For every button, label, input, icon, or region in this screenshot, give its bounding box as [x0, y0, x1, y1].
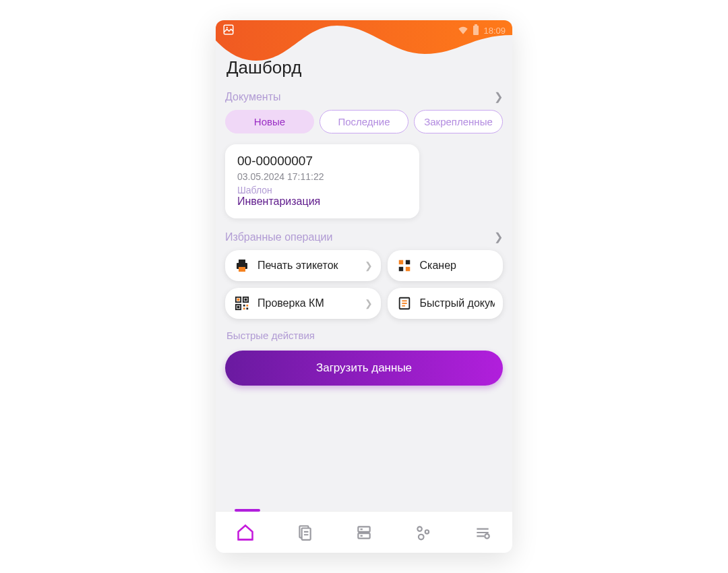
scanner-icon: [396, 257, 413, 274]
chevron-right-icon: ❯: [365, 260, 373, 271]
favorite-scanner[interactable]: Сканер: [388, 250, 504, 281]
nav-operations[interactable]: [413, 522, 433, 543]
printer-icon: [233, 257, 251, 274]
document-template-name: Инвентаризация: [237, 195, 407, 208]
document-icon: [396, 295, 413, 312]
document-template-label: Шаблон: [237, 185, 407, 195]
svg-rect-31: [358, 533, 369, 539]
load-data-button[interactable]: Загрузить данные: [225, 351, 503, 386]
svg-rect-17: [243, 305, 245, 307]
document-card[interactable]: 00-00000007 03.05.2024 17:11:22 Шаблон И…: [225, 144, 419, 218]
header: 18:09 Дашборд: [216, 20, 512, 74]
favorite-label: Быстрый документ: [420, 297, 495, 309]
quick-actions-label: Быстрые действия: [226, 330, 502, 341]
svg-rect-15: [245, 299, 247, 301]
svg-rect-16: [237, 306, 240, 309]
favorites-label: Избранные операции: [225, 231, 332, 243]
content-area: Документы ❯ Новые Последние Закрепленные…: [216, 74, 512, 511]
svg-point-36: [419, 534, 424, 539]
tab-pinned[interactable]: Закрепленные: [414, 110, 503, 133]
nav-documents[interactable]: [295, 522, 315, 543]
favorites-row-1: Печать этикеток ❯ Сканер: [225, 250, 503, 281]
svg-rect-10: [405, 267, 409, 271]
svg-rect-6: [239, 267, 245, 272]
svg-rect-9: [398, 267, 402, 271]
svg-point-40: [485, 534, 489, 539]
wifi-icon: [458, 25, 468, 36]
status-bar: 18:09: [216, 20, 512, 38]
chevron-right-icon: ❯: [494, 231, 503, 243]
qr-icon: [233, 295, 251, 312]
tab-recent[interactable]: Последние: [320, 110, 408, 133]
svg-rect-5: [239, 260, 245, 263]
status-time: 18:09: [483, 26, 506, 36]
document-datetime: 03.05.2024 17:11:22: [237, 171, 407, 182]
nav-home[interactable]: [235, 522, 255, 543]
favorites-row-2: Проверка КМ ❯ Быстрый документ: [225, 288, 503, 319]
tab-new[interactable]: Новые: [225, 110, 314, 133]
svg-rect-14: [237, 299, 240, 301]
nav-storage[interactable]: [354, 522, 374, 543]
svg-rect-30: [358, 526, 369, 532]
svg-rect-18: [246, 305, 248, 307]
favorite-label: Проверка КМ: [257, 297, 358, 309]
page-title: Дашборд: [226, 57, 301, 78]
document-tabs: Новые Последние Закрепленные: [225, 110, 503, 133]
svg-point-1: [226, 26, 228, 28]
documents-label: Документы: [225, 91, 280, 103]
favorite-print-labels[interactable]: Печать этикеток ❯: [225, 250, 381, 281]
favorite-quick-doc[interactable]: Быстрый документ: [388, 288, 504, 319]
svg-point-34: [417, 526, 422, 531]
favorite-label: Печать этикеток: [257, 260, 358, 272]
svg-rect-7: [398, 260, 402, 264]
svg-rect-2: [473, 26, 479, 35]
favorite-check-km[interactable]: Проверка КМ ❯: [225, 288, 381, 319]
battery-icon: [473, 24, 479, 37]
favorites-section-header[interactable]: Избранные операции ❯: [225, 231, 503, 243]
documents-section-header[interactable]: Документы ❯: [225, 90, 503, 103]
chevron-right-icon: ❯: [365, 298, 373, 309]
document-number: 00-00000007: [237, 154, 407, 169]
svg-rect-8: [405, 260, 409, 264]
bottom-nav: [216, 511, 512, 553]
nav-settings[interactable]: [473, 522, 493, 543]
svg-rect-3: [475, 24, 477, 26]
svg-rect-20: [246, 307, 248, 309]
svg-rect-27: [302, 528, 311, 539]
image-placeholder-icon: [222, 24, 235, 38]
svg-rect-19: [243, 307, 245, 309]
chevron-right-icon: ❯: [494, 90, 503, 103]
svg-point-35: [425, 530, 429, 533]
favorite-label: Сканер: [420, 260, 495, 272]
app-screen: 18:09 Дашборд Документы ❯ Новые Последни…: [216, 20, 512, 553]
